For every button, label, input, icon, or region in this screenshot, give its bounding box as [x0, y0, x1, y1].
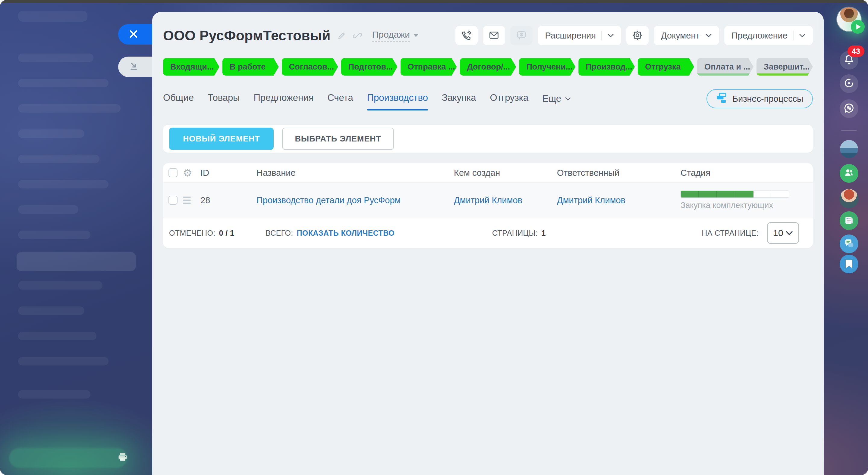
deal-stage-bar: Входящи... В работе Согласов... Подготов… [163, 58, 813, 75]
tab-obshchie[interactable]: Общие [163, 93, 194, 105]
elements-grid: ⚙ ID Название Кем создан Ответственный С… [163, 163, 813, 248]
proposal-button[interactable]: Предложение [724, 26, 813, 45]
chevron-down-icon [799, 33, 806, 38]
assistant-avatar[interactable] [839, 189, 859, 208]
news-feed-button[interactable] [840, 211, 858, 230]
grid-settings-gear-icon[interactable]: ⚙ [183, 168, 200, 178]
stage-chip[interactable]: В работе [222, 58, 279, 75]
stage-chip[interactable]: Входящи... [163, 58, 219, 75]
proposal-label: Предложение [732, 31, 787, 41]
tab-more[interactable]: Еще [542, 93, 571, 104]
blurred-menu-item-active [17, 252, 135, 271]
stage-chip[interactable]: Согласов... [282, 58, 338, 75]
column-header-responsible[interactable]: Ответственный [557, 168, 681, 178]
select-element-button[interactable]: ВЫБРАТЬ ЭЛЕМЕНТ [282, 128, 394, 150]
column-header-stage[interactable]: Стадия [681, 168, 807, 178]
stage-chip[interactable]: Договор/... [460, 58, 516, 75]
stage-chip[interactable]: Завершит... [756, 58, 813, 75]
user-avatar[interactable] [837, 7, 861, 31]
show-count-link[interactable]: ПОКАЗАТЬ КОЛИЧЕСТВО [297, 229, 395, 238]
column-header-created-by[interactable]: Кем создан [454, 168, 557, 178]
checked-value: 0 / 1 [219, 229, 235, 238]
entity-tabs: Общие Товары Предложения Счета Производс… [163, 93, 571, 105]
stage-chip[interactable]: Производ... [578, 58, 635, 75]
call-button[interactable] [456, 26, 478, 45]
chat-transfer-button[interactable] [510, 26, 532, 45]
tab-more-label: Еще [542, 93, 561, 104]
settings-button[interactable] [626, 26, 649, 45]
column-header-name[interactable]: Название [256, 168, 454, 178]
video-play-badge[interactable] [851, 20, 865, 34]
extensions-button[interactable]: Расширения [538, 26, 621, 45]
select-all-checkbox[interactable] [168, 168, 178, 177]
row-menu-icon[interactable] [183, 197, 191, 204]
stage-chip[interactable]: Оплата и ... [697, 58, 753, 75]
stage-chip[interactable]: Подготов... [341, 58, 398, 75]
stage-chip[interactable]: Отгрузка [638, 58, 694, 75]
entity-header: ООО РусФормТестовый Продажи [163, 25, 813, 46]
blurred-menu-item [18, 231, 90, 239]
tab-predlozheniya[interactable]: Предложения [254, 93, 314, 105]
row-checkbox[interactable] [168, 196, 178, 205]
minimize-arrow-icon [128, 61, 139, 73]
document-label: Документ [661, 31, 700, 41]
blurred-menu-item [18, 281, 102, 290]
copilot-icon [843, 77, 855, 90]
grid-footer: ОТМЕЧЕНО: 0 / 1 ВСЕГО: ПОКАЗАТЬ КОЛИЧЕСТ… [163, 218, 813, 248]
copilot-button[interactable] [840, 74, 858, 93]
tab-otgruzka[interactable]: Отгрузка [490, 93, 529, 105]
employees-button[interactable] [840, 164, 858, 183]
tab-tovary[interactable]: Товары [208, 93, 240, 105]
row-created-by-link[interactable]: Дмитрий Климов [454, 195, 557, 205]
chevron-down-icon [565, 97, 571, 101]
edit-title-icon[interactable] [337, 31, 346, 40]
bitrix24-window: ООО РусФормТестовый Продажи [0, 0, 868, 475]
chats-button[interactable] [840, 235, 858, 253]
tab-proizvodstvo[interactable]: Производство [367, 93, 428, 105]
bookmark-button[interactable] [840, 255, 858, 273]
blurred-menu-item [18, 332, 96, 340]
total-label: ВСЕГО: [266, 229, 293, 238]
row-responsible-link[interactable]: Дмитрий Климов [557, 195, 681, 205]
category-selector[interactable]: Продажи [372, 30, 418, 42]
row-name-link[interactable]: Производство детали доя РусФорм [256, 195, 454, 205]
contact-avatar[interactable] [840, 140, 858, 158]
notifications-button[interactable]: 43 [840, 51, 858, 70]
tab-zakupka[interactable]: Закупка [442, 93, 476, 105]
stage-chip[interactable]: Отправка ... [401, 58, 457, 75]
news-feed-icon [843, 214, 855, 227]
entity-slider-panel: ООО РусФормТестовый Продажи [152, 12, 824, 475]
new-element-button[interactable]: НОВЫЙ ЭЛЕМЕНТ [169, 128, 274, 150]
stage-chip[interactable]: Получени... [519, 58, 575, 75]
slider-minimize-button[interactable] [118, 57, 155, 77]
document-button[interactable]: Документ [654, 26, 719, 45]
row-id: 28 [200, 195, 256, 205]
business-process-icon [716, 93, 727, 105]
business-processes-label: Бизнес-процессы [733, 94, 803, 104]
chats-icon [843, 238, 855, 250]
button-divider [793, 31, 794, 40]
pages-value: 1 [541, 229, 546, 238]
business-processes-button[interactable]: Бизнес-процессы [707, 89, 813, 108]
phone-icon [461, 30, 472, 41]
blurred-menu-item [18, 205, 79, 214]
column-header-id[interactable]: ID [200, 168, 256, 178]
slider-close-button[interactable] [118, 24, 155, 44]
table-row[interactable]: 28 Производство детали доя РусФорм Дмитр… [163, 182, 813, 218]
stage-progress-bar[interactable] [681, 191, 789, 198]
tab-scheta[interactable]: Счета [327, 93, 353, 105]
messenger-button[interactable] [840, 99, 858, 118]
play-icon [856, 24, 861, 30]
checked-label: ОТМЕЧЕНО: [169, 229, 216, 238]
window-top-strip [0, 0, 868, 3]
chevron-down-icon [607, 33, 614, 38]
printer-icon[interactable] [117, 451, 128, 464]
page-title: ООО РусФормТестовый [163, 27, 331, 44]
per-page-select[interactable]: 10 [767, 222, 799, 244]
button-divider [601, 31, 602, 40]
employees-icon [843, 167, 855, 180]
blurred-menu-item [18, 180, 108, 189]
email-button[interactable] [483, 26, 505, 45]
blurred-menu-item [18, 155, 99, 163]
copy-link-icon[interactable] [353, 31, 362, 40]
